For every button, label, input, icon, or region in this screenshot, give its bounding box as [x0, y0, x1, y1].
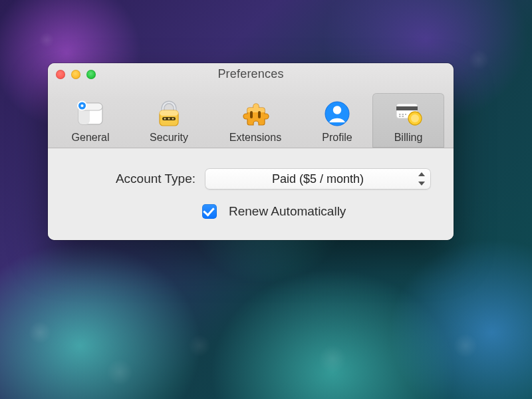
- renew-row: Renew Automatically: [70, 204, 431, 219]
- svg-point-9: [168, 118, 170, 119]
- general-window-icon: [75, 98, 106, 129]
- toolbar-tabs: General: [48, 93, 454, 148]
- account-type-select[interactable]: Paid ($5 / month): [205, 168, 431, 190]
- svg-point-15: [333, 106, 341, 114]
- tab-profile[interactable]: Profile: [302, 93, 372, 148]
- window-controls: [56, 70, 96, 79]
- billing-pane: Account Type: Paid ($5 / month) Renew Au…: [48, 148, 454, 240]
- select-stepper-icon: [416, 172, 427, 186]
- minimize-button[interactable]: [71, 70, 80, 79]
- tab-label: Profile: [309, 132, 366, 144]
- profile-person-icon: [322, 98, 352, 129]
- tab-label: Security: [136, 132, 202, 144]
- preferences-window: Preferences General: [48, 63, 454, 240]
- account-type-value: Paid ($5 / month): [272, 172, 364, 186]
- svg-rect-11: [250, 111, 253, 118]
- puzzle-piece-icon: [240, 98, 271, 129]
- tab-label: Extensions: [215, 132, 295, 144]
- tab-security[interactable]: Security: [129, 93, 209, 148]
- close-button[interactable]: [56, 70, 65, 79]
- svg-rect-12: [258, 111, 261, 118]
- window-title: Preferences: [48, 63, 454, 81]
- account-type-label: Account Type:: [70, 172, 196, 186]
- tab-general[interactable]: General: [52, 93, 129, 148]
- padlock-icon: [154, 98, 184, 129]
- tab-label: General: [59, 132, 122, 144]
- tab-extensions[interactable]: Extensions: [209, 93, 302, 148]
- svg-point-21: [411, 114, 419, 122]
- zoom-button[interactable]: [86, 70, 96, 79]
- titlebar: Preferences General: [48, 63, 454, 148]
- tab-billing[interactable]: Billing: [372, 93, 444, 148]
- svg-point-8: [164, 118, 166, 119]
- svg-point-4: [80, 104, 83, 107]
- tab-label: Billing: [379, 132, 438, 144]
- svg-rect-6: [160, 110, 178, 116]
- account-type-row: Account Type: Paid ($5 / month): [70, 168, 431, 190]
- svg-rect-17: [396, 106, 418, 110]
- desktop-wallpaper: Preferences General: [0, 0, 532, 399]
- credit-card-coin-icon: [393, 98, 424, 129]
- renew-automatically-label: Renew Automatically: [229, 204, 346, 219]
- renew-automatically-checkbox[interactable]: [202, 204, 217, 219]
- svg-point-10: [172, 118, 174, 119]
